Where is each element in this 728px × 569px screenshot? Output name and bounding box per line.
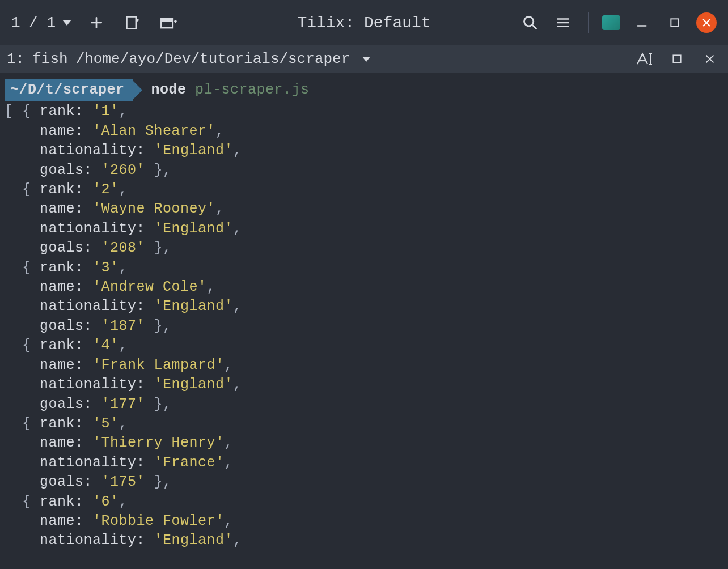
add-terminal-right-button[interactable] — [158, 11, 180, 34]
hamburger-icon — [556, 15, 570, 30]
plus-icon — [89, 15, 104, 30]
chevron-down-icon — [362, 57, 370, 62]
tab-shell: fish — [32, 50, 67, 67]
tab-index: 1: — [7, 50, 24, 67]
pane-maximize-button[interactable] — [666, 48, 688, 70]
terminal-tab-bar: 1: fish /home/ayo/Dev/tutorials/scraper — [0, 45, 728, 73]
minimize-icon — [636, 16, 648, 29]
close-window-button[interactable] — [696, 12, 717, 33]
divider — [588, 12, 589, 33]
app-icon — [602, 15, 620, 30]
text-cursor-icon — [636, 52, 653, 66]
window-title: Tilix: Default — [297, 14, 430, 32]
svg-rect-5 — [673, 55, 680, 62]
svg-rect-4 — [671, 19, 678, 26]
prompt-arrow-icon — [133, 80, 142, 100]
menu-button[interactable] — [552, 11, 574, 34]
search-icon — [522, 15, 538, 31]
svg-rect-0 — [127, 17, 136, 29]
new-pane-icon — [125, 15, 141, 31]
pane-close-button[interactable] — [699, 48, 721, 70]
command-line: node pl-scraper.js — [151, 80, 310, 100]
session-counter-dropdown[interactable]: 1 / 1 — [11, 14, 71, 31]
window-titlebar: 1 / 1 Tilix: Default — [0, 0, 728, 45]
titlebar-right-group — [519, 11, 717, 34]
prompt-line: ~/D/t/scraper node pl-scraper.js — [5, 79, 723, 101]
minimize-button[interactable] — [630, 11, 653, 34]
tab-path: /home/ayo/Dev/tutorials/scraper — [76, 50, 350, 67]
close-icon — [701, 18, 712, 28]
prompt-cwd-badge: ~/D/t/scraper — [5, 79, 133, 101]
add-terminal-down-button[interactable] — [121, 11, 144, 34]
tab-right-controls — [633, 48, 721, 70]
add-terminal-button[interactable] — [85, 11, 108, 34]
command-arg: pl-scraper.js — [195, 82, 310, 98]
maximize-button[interactable] — [663, 11, 686, 34]
titlebar-left-group: 1 / 1 — [11, 11, 180, 34]
maximize-icon — [669, 17, 680, 28]
terminal-output: [ { rank: '1', name: 'Alan Shearer', nat… — [5, 102, 723, 550]
session-counter-text: 1 / 1 — [11, 14, 56, 31]
split-pane-icon — [160, 15, 178, 31]
svg-rect-2 — [161, 19, 173, 22]
close-icon — [704, 53, 716, 65]
search-button[interactable] — [519, 11, 541, 34]
square-icon — [671, 53, 683, 65]
command-name: node — [151, 82, 187, 98]
terminal-body[interactable]: ~/D/t/scraper node pl-scraper.js [ { ran… — [0, 73, 728, 558]
tab-title[interactable]: 1: fish /home/ayo/Dev/tutorials/scraper — [7, 50, 370, 67]
input-select-button[interactable] — [633, 48, 655, 70]
chevron-down-icon — [62, 20, 71, 26]
